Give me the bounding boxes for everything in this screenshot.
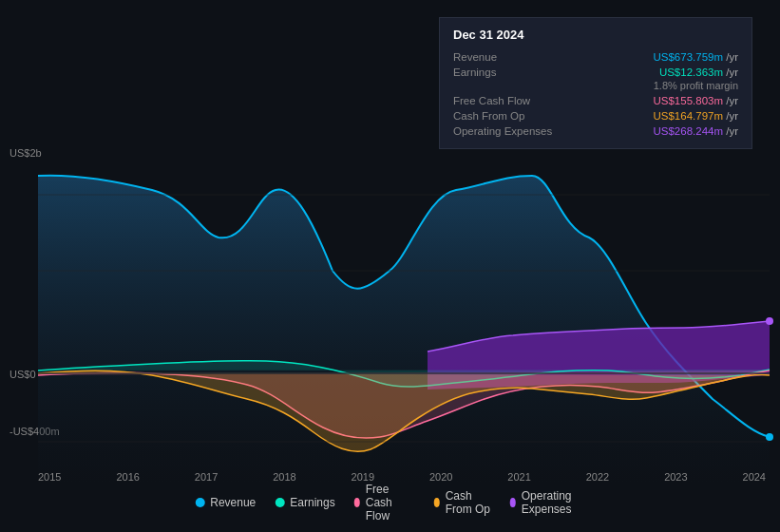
opex-label: Operating Expenses <box>453 125 552 137</box>
legend-item-earnings: Earnings <box>275 496 334 509</box>
legend-dot-opex <box>510 498 516 507</box>
chart-svg <box>0 147 780 484</box>
chart-area <box>0 147 780 484</box>
legend-label-opex: Operating Expenses <box>522 489 585 516</box>
tooltip-card: Dec 31 2024 Revenue US$673.759m /yr Earn… <box>439 17 752 149</box>
opex-endpoint <box>766 317 773 325</box>
legend-label-fcf: Free Cash Flow <box>366 483 415 522</box>
legend-item-fcf: Free Cash Flow <box>354 483 415 522</box>
revenue-endpoint <box>766 433 773 441</box>
legend-label-revenue: Revenue <box>210 496 256 509</box>
tooltip-row-revenue: Revenue US$673.759m /yr <box>453 49 738 65</box>
cashfromop-label: Cash From Op <box>453 110 524 122</box>
fcf-label: Free Cash Flow <box>453 95 530 106</box>
fcf-value: US$155.803m /yr <box>654 95 739 106</box>
legend-item-cashfromop: Cash From Op <box>434 489 491 516</box>
legend-dot-cashfromop <box>434 498 440 507</box>
legend-dot-fcf <box>354 498 360 507</box>
x-label-2024: 2024 <box>743 471 766 483</box>
profit-margin-text: 1.8% profit margin <box>654 80 738 91</box>
tooltip-row-opex: Operating Expenses US$268.244m /yr <box>453 124 738 139</box>
tooltip-row-earnings: Earnings US$12.363m /yr <box>453 65 738 80</box>
earnings-label: Earnings <box>453 66 496 78</box>
x-label-2021: 2021 <box>507 471 530 483</box>
tooltip-row-cashfromop: Cash From Op US$164.797m /yr <box>453 108 738 124</box>
x-label-2019: 2019 <box>352 471 374 483</box>
x-label-2018: 2018 <box>273 471 295 483</box>
legend-label-cashfromop: Cash From Op <box>446 489 491 516</box>
earnings-value: US$12.363m /yr <box>659 66 738 78</box>
x-label-2020: 2020 <box>429 471 452 483</box>
x-label-2015: 2015 <box>38 471 61 483</box>
revenue-value: US$673.759m /yr <box>654 51 739 63</box>
x-axis-labels: 2015 2016 2017 2018 2019 2020 2021 2022 … <box>38 471 780 483</box>
revenue-label: Revenue <box>453 51 497 63</box>
legend-dot-earnings <box>275 498 284 507</box>
opex-value: US$268.244m /yr <box>654 125 739 137</box>
cashfromop-value: US$164.797m /yr <box>654 110 739 122</box>
x-label-2016: 2016 <box>116 471 139 483</box>
legend-item-revenue: Revenue <box>195 496 256 509</box>
legend-label-earnings: Earnings <box>290 496 334 509</box>
tooltip-date: Dec 31 2024 <box>453 28 738 42</box>
tooltip-row-fcf: Free Cash Flow US$155.803m /yr <box>453 93 738 108</box>
chart-legend: Revenue Earnings Free Cash Flow Cash Fro… <box>195 483 585 522</box>
x-label-2022: 2022 <box>586 471 609 483</box>
legend-dot-revenue <box>195 498 204 507</box>
x-label-2017: 2017 <box>195 471 218 483</box>
legend-item-opex: Operating Expenses <box>510 489 585 516</box>
x-label-2023: 2023 <box>664 471 687 483</box>
earnings-sub: 1.8% profit margin <box>453 80 738 93</box>
